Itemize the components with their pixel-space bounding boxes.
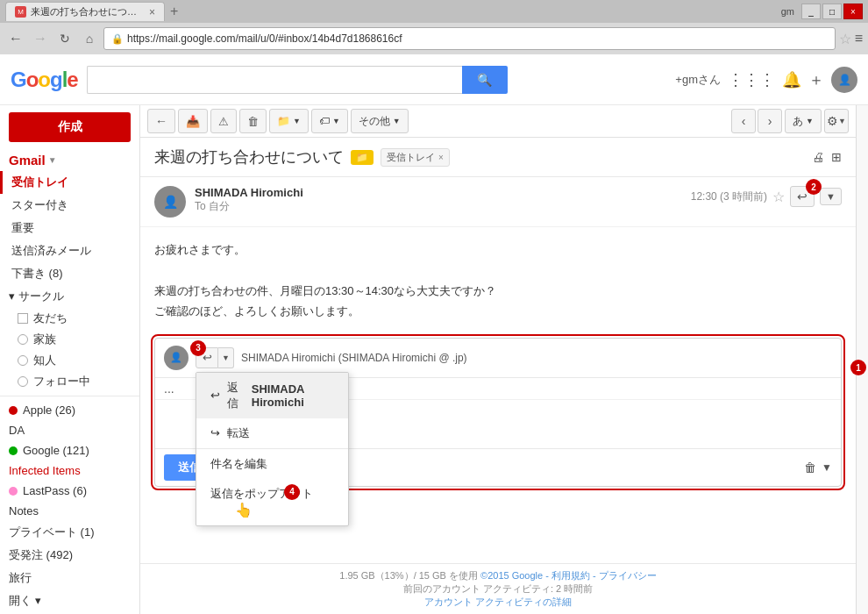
more-reply-options-btn[interactable]: ▼ xyxy=(822,461,832,474)
inbox-label: 受信トレイ xyxy=(11,175,68,190)
sidebar-item-da[interactable]: DA xyxy=(0,420,139,440)
sidebar-item-friends[interactable]: 友だち xyxy=(0,308,139,329)
terms-link[interactable]: ©2015 Google - 利用規約 - プライバシー xyxy=(480,570,657,581)
notifications-icon[interactable]: 🔔 xyxy=(782,70,801,89)
prev-email-btn[interactable]: ‹ xyxy=(731,109,756,133)
tab-favicon: M xyxy=(15,6,26,18)
lang-btn[interactable]: あ ▼ xyxy=(785,109,822,133)
sidebar-item-important[interactable]: 重要 xyxy=(0,217,139,239)
badge-3: 3 xyxy=(190,340,206,356)
sidebar-item-travel[interactable]: 旅行 xyxy=(0,567,139,589)
email-body-line2: 来週の打ち合わせの件、月曜日の13:30～14:30なら大丈夫ですか？ xyxy=(154,281,842,301)
bookmark-star-icon[interactable]: ☆ xyxy=(839,31,851,47)
star-email-icon[interactable]: ☆ xyxy=(772,189,785,205)
sidebar-item-private[interactable]: プライベート (1) xyxy=(0,521,139,544)
more-email-actions-btn[interactable]: ▼ xyxy=(820,188,842,205)
dropdown-item-forward[interactable]: ↪ 転送 xyxy=(196,418,348,448)
sidebar-item-following[interactable]: フォロー中 xyxy=(0,371,139,392)
sidebar-item-orders[interactable]: 受発注 (492) xyxy=(0,544,139,567)
sidebar-item-apple[interactable]: Apple (26) xyxy=(0,400,139,420)
gmail-text: Gmail xyxy=(9,153,46,168)
sidebar-item-acquaintance[interactable]: 知人 xyxy=(0,350,139,371)
archive-btn[interactable]: 📥 xyxy=(178,109,208,133)
sidebar-item-circles[interactable]: ▾ サークル xyxy=(0,285,139,308)
email-subject-bar: 来週の打ち合わせについて 📁 受信トレイ × 🖨 ⊞ xyxy=(140,138,856,177)
email-subject-title: 来週の打ち合わせについて xyxy=(154,146,344,168)
sidebar-item-starred[interactable]: スター付き xyxy=(0,194,139,217)
add-account-icon[interactable]: ＋ xyxy=(808,69,824,90)
home-btn[interactable]: ⌂ xyxy=(79,28,100,49)
forward-btn[interactable]: → xyxy=(30,28,51,49)
settings-btn[interactable]: ⚙ ▼ xyxy=(824,109,849,133)
reload-btn[interactable]: ↻ xyxy=(54,28,75,49)
ssl-lock-icon: 🔒 xyxy=(111,33,124,45)
dropdown-item-edit-subject[interactable]: 件名を編集 xyxy=(196,449,348,479)
back-btn[interactable]: ← xyxy=(5,28,26,49)
reply-dropdown-toggle[interactable]: ▼ xyxy=(218,347,234,368)
family-circle-icon xyxy=(18,334,28,345)
sender-avatar: 👤 xyxy=(154,186,186,218)
acquaintance-circle-icon xyxy=(18,355,28,366)
sidebar-item-sent[interactable]: 送信済みメール xyxy=(0,239,139,262)
back-to-inbox-btn[interactable]: ← xyxy=(147,109,175,133)
tab-close-icon[interactable]: × xyxy=(149,6,155,18)
lastpass-dot-icon xyxy=(9,487,18,496)
url-bar[interactable]: 🔒 https://mail.google.com/mail/u/0/#inbo… xyxy=(103,27,836,50)
label-btn[interactable]: 🏷 ▼ xyxy=(311,109,348,133)
sidebar-item-notes[interactable]: Notes xyxy=(0,501,139,521)
reply-dropdown-menu: ↩ 返信 SHIMADA Hiromichi ↪ 転送 件名を編集 xyxy=(196,372,349,526)
reply-compose-area: 👤 3 ↩ ▼ ↩ 返信 SHIMADA Hiromichi xyxy=(154,338,842,487)
tab[interactable]: M 来週の打ち合わせについ... × xyxy=(5,2,165,21)
sender-to: To 自分 xyxy=(195,199,682,214)
header-right: +gmさん ⋮⋮⋮ 🔔 ＋ 👤 xyxy=(675,67,857,93)
sidebar-item-drafts[interactable]: 下書き (8) xyxy=(0,262,139,285)
gmail-toolbar: ← 📥 ⚠ 🗑 📁 ▼ 🏷 ▼ その他 ▼ ‹ › あ ▼ ⚙ ▼ xyxy=(140,105,856,138)
browser-menu-icon[interactable]: ≡ xyxy=(855,31,863,46)
content-area: 作成 Gmail ▼ 受信トレイ スター付き 重要 送信済みメール 下書き (8… xyxy=(0,105,868,614)
forward-icon: ↪ xyxy=(210,426,220,439)
dropdown-item-popout-reply[interactable]: 返信をポップアウト 4 👆 xyxy=(196,479,348,525)
sidebar: 作成 Gmail ▼ 受信トレイ スター付き 重要 送信済みメール 下書き (8… xyxy=(0,105,140,614)
gmail-header: Google 🔍 +gmさん ⋮⋮⋮ 🔔 ＋ 👤 xyxy=(0,54,868,105)
delete-draft-btn[interactable]: 🗑 xyxy=(804,460,816,475)
sidebar-item-inbox[interactable]: 受信トレイ xyxy=(0,171,139,194)
email-body-line3: ご確認のほど、よろしくお願いします。 xyxy=(154,301,842,321)
search-button[interactable]: 🔍 xyxy=(462,66,508,94)
delete-btn[interactable]: 🗑 xyxy=(239,109,267,133)
new-tab-btn[interactable]: + xyxy=(170,4,178,19)
storage-usage: 1.95 GB（13%）/ 15 GB を使用 xyxy=(339,570,478,581)
new-window-icon[interactable]: ⊞ xyxy=(831,150,842,164)
compose-button[interactable]: 作成 xyxy=(9,112,131,142)
next-email-btn[interactable]: › xyxy=(758,109,782,133)
win-user-label: gm xyxy=(781,6,794,17)
move-to-btn[interactable]: 📁 ▼ xyxy=(269,109,309,133)
dropdown-item-reply[interactable]: ↩ 返信 SHIMADA Hiromichi xyxy=(196,373,348,418)
apps-icon[interactable]: ⋮⋮⋮ xyxy=(728,70,775,89)
more-actions-btn[interactable]: その他 ▼ xyxy=(351,109,409,133)
right-scrollbar[interactable]: 1 xyxy=(856,105,868,614)
email-header-actions: 12:30 (3 時間前) ☆ ↩ 2 ▼ xyxy=(691,186,842,207)
footer: 1.95 GB（13%）/ 15 GB を使用 ©2015 Google - 利… xyxy=(140,563,856,614)
browser-window: M 来週の打ち合わせについ... × + gm _ □ × ← → ↻ ⌂ 🔒 … xyxy=(0,0,868,54)
report-spam-btn[interactable]: ⚠ xyxy=(210,109,237,133)
window-minimize-btn[interactable]: _ xyxy=(801,4,821,19)
folder-badge: 📁 xyxy=(351,150,374,165)
window-maximize-btn[interactable]: □ xyxy=(822,4,842,19)
window-close-btn[interactable]: × xyxy=(843,4,863,19)
search-form: 🔍 xyxy=(87,66,508,94)
remove-inbox-tag-btn[interactable]: × xyxy=(438,153,444,162)
user-avatar[interactable]: 👤 xyxy=(831,67,857,93)
search-input[interactable] xyxy=(87,66,462,94)
sidebar-item-lastpass[interactable]: LastPass (6) xyxy=(0,481,139,501)
sidebar-item-google[interactable]: Google (121) xyxy=(0,440,139,460)
sidebar-item-family[interactable]: 家族 xyxy=(0,329,139,350)
sidebar-item-infected-items[interactable]: Infected Items xyxy=(0,460,139,481)
print-icon[interactable]: 🖨 xyxy=(812,150,824,164)
tab-title: 来週の打ち合わせについ... xyxy=(31,5,145,18)
activity-details-link[interactable]: アカウント アクティビティの詳細 xyxy=(424,596,572,607)
reply-composer-avatar: 👤 xyxy=(164,346,189,370)
toolbar-nav: ‹ › xyxy=(731,109,782,133)
gmail-menu-label[interactable]: Gmail ▼ xyxy=(0,149,139,171)
sidebar-item-open[interactable]: 開く ▾ xyxy=(0,589,139,612)
badge-1: 1 xyxy=(850,360,866,375)
